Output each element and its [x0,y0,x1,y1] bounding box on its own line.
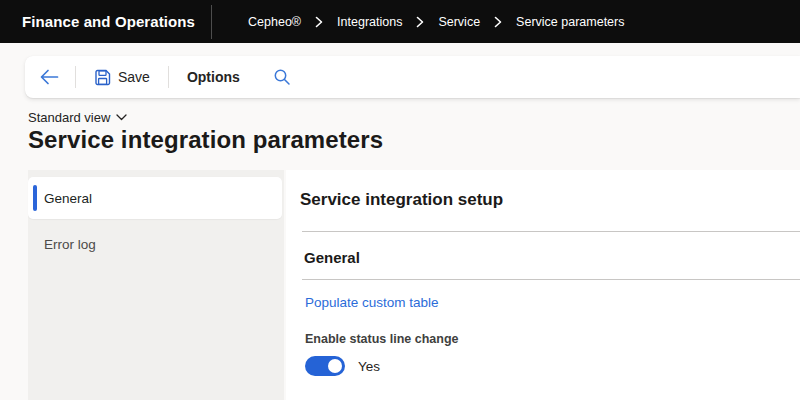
page-title: Service integration parameters [28,126,383,154]
toggle-field-label: Enable status line change [305,332,800,346]
view-selector-label: Standard view [28,110,110,125]
top-bar: Finance and Operations Cepheo® Integrati… [0,0,800,43]
toggle-field-row: Yes [305,356,800,376]
tab-error-log[interactable]: Error log [28,223,284,265]
tab-error-log-label: Error log [44,237,96,252]
page-body: General Error log Service integration se… [28,170,800,400]
toolbar-divider [168,66,169,88]
section-divider [302,231,800,232]
section-divider [302,279,800,280]
chevron-right-icon [314,16,324,28]
action-pane: Save Options [25,56,800,98]
search-icon [273,68,291,86]
main-content: Service integration setup General Popula… [286,170,800,400]
save-button[interactable]: Save [84,61,160,93]
app-title[interactable]: Finance and Operations [0,13,211,30]
view-selector[interactable]: Standard view [28,110,127,125]
app-window: Finance and Operations Cepheo® Integrati… [0,0,800,400]
options-button-label: Options [187,69,240,85]
toolbar-divider [75,66,76,88]
toggle-knob [328,359,342,373]
save-icon [94,69,111,86]
toggle-value-label: Yes [358,359,380,374]
enable-status-line-change-toggle[interactable] [305,356,345,376]
tab-general-label: General [44,191,92,206]
selected-tab-indicator [33,185,37,211]
tab-general[interactable]: General [28,177,282,219]
back-arrow-icon [39,69,59,85]
search-button[interactable] [264,61,300,93]
content-header: Service integration setup [296,190,800,210]
save-button-label: Save [118,69,150,85]
chevron-down-icon [116,114,127,121]
populate-custom-table-link[interactable]: Populate custom table [305,295,439,310]
breadcrumb-item-company[interactable]: Cepheo® [248,15,301,29]
chevron-right-icon [493,16,503,28]
breadcrumb-item-service[interactable]: Service [438,15,480,29]
back-button[interactable] [31,61,67,93]
group-header-general: General [304,249,800,266]
options-menu-button[interactable]: Options [177,61,250,93]
topbar-divider [211,5,212,39]
chevron-right-icon [415,16,425,28]
breadcrumb-item-service-parameters[interactable]: Service parameters [516,15,624,29]
vertical-tab-list: General Error log [28,170,284,400]
breadcrumb-item-integrations[interactable]: Integrations [337,15,402,29]
breadcrumb: Cepheo® Integrations Service Service par… [248,15,624,29]
